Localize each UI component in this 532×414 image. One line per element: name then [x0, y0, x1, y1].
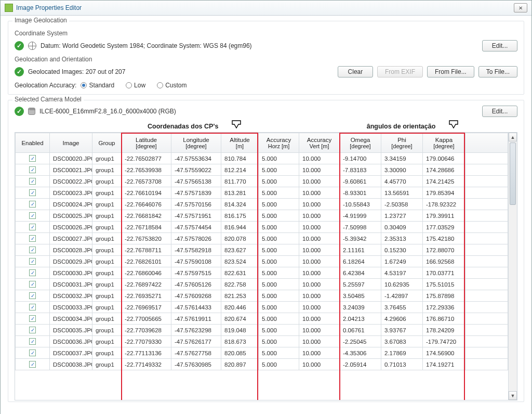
checkbox-icon[interactable]: ✓	[29, 292, 36, 299]
cell-group[interactable]: group1	[92, 359, 122, 370]
cell-kappa[interactable]: 175.87898	[423, 290, 466, 302]
cell-ahz[interactable]: 5.000	[259, 279, 299, 290]
cell-lat[interactable]: -22.76502877	[122, 153, 171, 164]
cell-phi[interactable]: 1.67249	[381, 256, 423, 267]
cell-lon[interactable]: -47.57559022	[171, 164, 221, 176]
cell-alt[interactable]: 816.175	[221, 210, 259, 222]
cell-phi[interactable]: 10.62935	[381, 279, 423, 290]
cell-group[interactable]: group1	[92, 187, 122, 199]
cell-omega[interactable]: -7.50998	[340, 222, 381, 233]
cell-alt[interactable]: 823.627	[221, 244, 259, 256]
cell-group[interactable]: group1	[92, 290, 122, 302]
cell-avt[interactable]: 10.000	[299, 267, 340, 279]
table-row[interactable]: ✓DSC00030.JPGgroup1-22.76860046-47.57597…	[16, 267, 508, 279]
cell-omega[interactable]: 6.18264	[340, 256, 381, 267]
checkbox-icon[interactable]: ✓	[29, 247, 36, 253]
cell-image[interactable]: DSC00032.JPG	[50, 290, 92, 302]
cell-omega[interactable]: -4.91999	[340, 210, 381, 222]
cell-avt[interactable]: 10.000	[299, 359, 340, 370]
cell-group[interactable]: group1	[92, 256, 122, 267]
table-row[interactable]: ✓DSC00024.JPGgroup1-22.76646076-47.57570…	[16, 199, 508, 210]
cell-kappa[interactable]: 175.51015	[423, 279, 466, 290]
cell-enabled[interactable]: ✓	[16, 199, 50, 210]
cell-lat[interactable]: -22.76573708	[122, 176, 171, 187]
cell-ahz[interactable]: 5.000	[259, 325, 299, 336]
accuracy-low-radio[interactable]: Low	[126, 82, 145, 89]
cell-enabled[interactable]: ✓	[16, 313, 50, 325]
vertical-scrollbar[interactable]: ▲ ▼	[508, 133, 517, 400]
cell-lat[interactable]: -22.76718584	[122, 222, 171, 233]
cell-enabled[interactable]: ✓	[16, 290, 50, 302]
cell-ahz[interactable]: 5.000	[259, 256, 299, 267]
cell-phi[interactable]: 0.15230	[381, 244, 423, 256]
cell-image[interactable]: DSC00028.JPG	[50, 244, 92, 256]
cell-omega[interactable]: -9.14700	[340, 153, 381, 164]
cell-lat[interactable]: -22.77039628	[122, 325, 171, 336]
cell-lat[interactable]: -22.76935271	[122, 290, 171, 302]
cell-omega[interactable]: -2.05914	[340, 359, 381, 370]
col-latitude[interactable]: Latitude[degree]	[122, 133, 171, 153]
cell-avt[interactable]: 10.000	[299, 187, 340, 199]
checkbox-icon[interactable]: ✓	[29, 350, 36, 356]
cell-ahz[interactable]: 5.000	[259, 210, 299, 222]
checkbox-icon[interactable]: ✓	[29, 361, 36, 368]
cell-kappa[interactable]: -178.92322	[423, 199, 466, 210]
cell-kappa[interactable]: -179.74720	[423, 336, 466, 347]
table-row[interactable]: ✓DSC00032.JPGgroup1-22.76935271-47.57609…	[16, 290, 508, 302]
cell-omega[interactable]: -4.35306	[340, 347, 381, 359]
edit-coord-button[interactable]: Edit...	[482, 40, 517, 51]
cell-avt[interactable]: 10.000	[299, 244, 340, 256]
cell-lat[interactable]: -22.76969517	[122, 302, 171, 313]
col-enabled[interactable]: Enabled	[16, 133, 50, 153]
checkbox-icon[interactable]: ✓	[29, 258, 36, 265]
cell-enabled[interactable]: ✓	[16, 267, 50, 279]
table-scroll[interactable]: Enabled Image Group Latitude[degree] Lon…	[15, 133, 508, 400]
cell-group[interactable]: group1	[92, 233, 122, 244]
cell-image[interactable]: DSC00035.JPG	[50, 325, 92, 336]
cell-enabled[interactable]: ✓	[16, 233, 50, 244]
cell-group[interactable]: group1	[92, 302, 122, 313]
cell-group[interactable]: group1	[92, 267, 122, 279]
checkbox-icon[interactable]: ✓	[29, 155, 36, 162]
cell-image[interactable]: DSC00033.JPG	[50, 302, 92, 313]
col-image[interactable]: Image	[50, 133, 92, 153]
cell-kappa[interactable]: 166.92568	[423, 256, 466, 267]
scroll-down-icon[interactable]: ▼	[509, 391, 517, 400]
cell-kappa[interactable]: 172.29336	[423, 302, 466, 313]
cell-enabled[interactable]: ✓	[16, 210, 50, 222]
cell-lat[interactable]: -22.76681842	[122, 210, 171, 222]
cell-omega[interactable]: 3.24039	[340, 302, 381, 313]
table-row[interactable]: ✓DSC00020.JPGgroup1-22.76502877-47.57553…	[16, 153, 508, 164]
cell-image[interactable]: DSC00030.JPG	[50, 267, 92, 279]
cell-omega[interactable]: -8.93301	[340, 187, 381, 199]
cell-lon[interactable]: -47.57630985	[171, 359, 221, 370]
cell-image[interactable]: DSC00022.JPG	[50, 176, 92, 187]
cell-lon[interactable]: -47.57553634	[171, 153, 221, 164]
cell-alt[interactable]: 819.048	[221, 325, 259, 336]
col-acc-vert[interactable]: AccuracyVert [m]	[299, 133, 340, 153]
scroll-thumb[interactable]	[510, 143, 516, 205]
cell-kappa[interactable]: 172.88070	[423, 244, 466, 256]
cell-ahz[interactable]: 5.000	[259, 290, 299, 302]
cell-phi[interactable]: 1.23727	[381, 210, 423, 222]
cell-kappa[interactable]: 176.86710	[423, 313, 466, 325]
cell-image[interactable]: DSC00024.JPG	[50, 199, 92, 210]
cell-alt[interactable]: 816.944	[221, 222, 259, 233]
cell-lon[interactable]: -47.57571951	[171, 210, 221, 222]
checkbox-icon[interactable]: ✓	[29, 235, 36, 242]
table-row[interactable]: ✓DSC00034.JPGgroup1-22.77005665-47.57619…	[16, 313, 508, 325]
cell-avt[interactable]: 10.000	[299, 347, 340, 359]
cell-kappa[interactable]: 175.42180	[423, 233, 466, 244]
cell-avt[interactable]: 10.000	[299, 302, 340, 313]
cell-phi[interactable]: 13.56591	[381, 187, 423, 199]
cell-ahz[interactable]: 5.000	[259, 176, 299, 187]
cell-ahz[interactable]: 5.000	[259, 347, 299, 359]
col-kappa[interactable]: Kappa[degree]	[423, 133, 466, 153]
col-altitude[interactable]: Altitude[m]	[221, 133, 259, 153]
cell-image[interactable]: DSC00020.JPG	[50, 153, 92, 164]
cell-ahz[interactable]: 5.000	[259, 222, 299, 233]
cell-alt[interactable]: 820.085	[221, 347, 259, 359]
cell-lat[interactable]: -22.76753820	[122, 233, 171, 244]
cell-alt[interactable]: 821.253	[221, 290, 259, 302]
cell-phi[interactable]: -1.42897	[381, 290, 423, 302]
